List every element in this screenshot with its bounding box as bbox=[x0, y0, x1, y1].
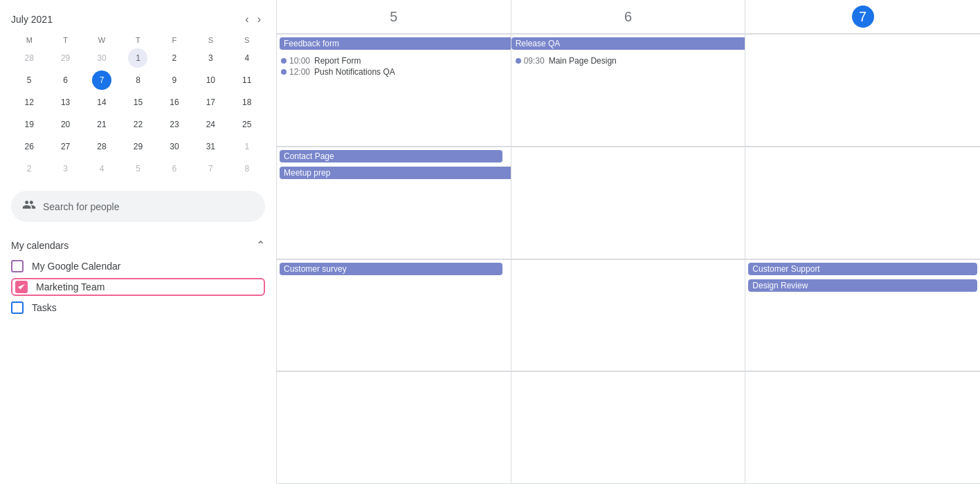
mini-cal-day[interactable]: 4 bbox=[84, 158, 120, 180]
mini-cal-day-29[interactable]: 29 bbox=[120, 136, 156, 158]
marketing-calendar-label: Marketing Team bbox=[36, 281, 105, 292]
search-people-box[interactable]: Search for people bbox=[11, 191, 265, 222]
google-calendar-checkbox[interactable] bbox=[11, 260, 24, 272]
customer-support-label: Customer Support bbox=[752, 264, 819, 274]
col-header-w: W bbox=[84, 33, 120, 47]
collapse-calendars-button[interactable]: ⌃ bbox=[256, 239, 265, 252]
mini-cal-day-16[interactable]: 16 bbox=[156, 91, 192, 113]
mini-cal-day-11[interactable]: 11 bbox=[229, 69, 265, 91]
main-calendar: 5 6 7 Feedback form 10:00 Report Form bbox=[277, 0, 980, 484]
mini-cal-day-27[interactable]: 27 bbox=[47, 136, 83, 158]
event-push-notifications[interactable]: 12:00 Push Notifications QA bbox=[280, 66, 508, 77]
mini-cal-day-19[interactable]: 19 bbox=[11, 113, 47, 136]
main-page-dot bbox=[516, 58, 521, 64]
marketing-checkbox[interactable] bbox=[15, 281, 28, 293]
contact-page-label: Contact Page bbox=[284, 151, 334, 161]
mini-cal-day[interactable]: 29 bbox=[47, 47, 83, 69]
mini-cal-day[interactable]: 8 bbox=[229, 158, 265, 180]
mini-cal-day[interactable]: 3 bbox=[47, 158, 83, 180]
mini-cal-day[interactable]: 5 bbox=[120, 158, 156, 180]
event-design-review[interactable]: Design Review bbox=[748, 279, 977, 292]
col-header-6: 6 bbox=[511, 0, 746, 34]
cell-28 bbox=[745, 372, 980, 484]
tasks-label: Tasks bbox=[32, 302, 57, 313]
col-header-t1: T bbox=[47, 33, 83, 47]
col-header-5: 5 bbox=[277, 0, 511, 34]
mini-cal-day[interactable]: 2 bbox=[11, 158, 47, 180]
push-name: Push Notifications QA bbox=[314, 67, 395, 77]
col-header-s2: S bbox=[229, 33, 265, 47]
mini-cal-day-14[interactable]: 14 bbox=[84, 91, 120, 113]
mini-cal-day-6[interactable]: 6 bbox=[47, 69, 83, 91]
tasks-checkbox[interactable] bbox=[11, 301, 24, 314]
customer-survey-label: Customer survey bbox=[284, 264, 347, 274]
main-page-time: 09:30 bbox=[524, 56, 545, 66]
mini-cal-day-9[interactable]: 9 bbox=[156, 69, 192, 91]
release-qa-label: Release QA bbox=[516, 39, 561, 48]
mini-cal-day-13[interactable]: 13 bbox=[47, 91, 83, 113]
day-number-7: 7 bbox=[852, 6, 874, 28]
mini-cal-day-30[interactable]: 30 bbox=[156, 136, 192, 158]
mini-cal-day[interactable]: 7 bbox=[192, 158, 228, 180]
mini-cal-day-5[interactable]: 5 bbox=[11, 69, 47, 91]
calendar-item-marketing[interactable]: Marketing Team bbox=[11, 278, 265, 296]
mini-cal-day-20[interactable]: 20 bbox=[47, 113, 83, 136]
my-calendars-title: My calendars bbox=[11, 240, 69, 251]
push-time: 12:00 bbox=[289, 67, 310, 77]
cell-20 bbox=[511, 260, 746, 372]
report-form-dot bbox=[281, 58, 287, 64]
event-feedback-form[interactable]: Feedback form bbox=[280, 37, 511, 50]
feedback-form-label: Feedback form bbox=[284, 39, 339, 48]
mini-cal-day-8[interactable]: 8 bbox=[120, 69, 156, 91]
event-customer-survey[interactable]: Customer survey bbox=[280, 263, 502, 275]
cell-12: Contact Page Meetup prep bbox=[277, 147, 511, 259]
mini-cal-day-4[interactable]: 4 bbox=[229, 47, 265, 69]
mini-cal-day[interactable]: 30 bbox=[84, 47, 120, 69]
mini-cal-day-25[interactable]: 25 bbox=[229, 113, 265, 136]
mini-cal-day-28[interactable]: 28 bbox=[84, 136, 120, 158]
event-release-qa[interactable]: Release QA bbox=[511, 37, 746, 50]
push-notifications-dot bbox=[281, 69, 287, 75]
mini-cal-day-10[interactable]: 10 bbox=[192, 69, 228, 91]
mini-cal-day-17[interactable]: 17 bbox=[192, 91, 228, 113]
col-header-s1: S bbox=[192, 33, 228, 47]
mini-calendar: M T W T F S S 28 29 30 1 2 3 4 bbox=[11, 33, 265, 180]
mini-cal-day-12[interactable]: 12 bbox=[11, 91, 47, 113]
next-month-button[interactable]: › bbox=[253, 11, 265, 28]
search-people-label: Search for people bbox=[43, 201, 120, 212]
col-header-m: M bbox=[11, 33, 47, 47]
event-main-page[interactable]: 09:30 Main Page Design bbox=[514, 55, 743, 66]
my-calendars-section: My calendars ⌃ My Google Calendar Market… bbox=[11, 239, 265, 317]
event-contact-page[interactable]: Contact Page bbox=[280, 150, 502, 162]
mini-cal-day-31[interactable]: 31 bbox=[192, 136, 228, 158]
event-meetup-prep[interactable]: Meetup prep bbox=[280, 167, 511, 179]
mini-cal-day-7[interactable]: 7 bbox=[84, 69, 120, 91]
mini-cal-day[interactable]: 28 bbox=[11, 47, 47, 69]
calendar-item-tasks[interactable]: Tasks bbox=[11, 299, 265, 317]
mini-cal-day[interactable]: 6 bbox=[156, 158, 192, 180]
mini-cal-day-26[interactable]: 26 bbox=[11, 136, 47, 158]
event-report-form[interactable]: 10:00 Report Form bbox=[280, 55, 508, 66]
mini-cal-day-15[interactable]: 15 bbox=[120, 91, 156, 113]
mini-calendar-grid: M T W T F S S 28 29 30 1 2 3 4 bbox=[11, 33, 265, 180]
mini-calendar-header: July 2021 ‹ › bbox=[11, 11, 265, 28]
calendars-header: My calendars ⌃ bbox=[11, 239, 265, 252]
calendar-item-google[interactable]: My Google Calendar bbox=[11, 257, 265, 275]
mini-cal-day-1[interactable]: 1 bbox=[120, 47, 156, 69]
mini-cal-day-21[interactable]: 21 bbox=[84, 113, 120, 136]
mini-cal-day-2[interactable]: 2 bbox=[156, 47, 192, 69]
mini-cal-day-24[interactable]: 24 bbox=[192, 113, 228, 136]
sidebar: July 2021 ‹ › M T W T F S S 28 29 bbox=[0, 0, 277, 484]
cell-27 bbox=[511, 372, 746, 484]
mini-cal-day-23[interactable]: 23 bbox=[156, 113, 192, 136]
col-header-t2: T bbox=[120, 33, 156, 47]
cell-14 bbox=[745, 147, 980, 259]
mini-calendar-title: July 2021 bbox=[11, 14, 241, 25]
people-icon bbox=[22, 198, 36, 215]
mini-cal-day-22[interactable]: 22 bbox=[120, 113, 156, 136]
mini-cal-day-3[interactable]: 3 bbox=[192, 47, 228, 69]
event-customer-support[interactable]: Customer Support bbox=[748, 263, 977, 275]
mini-cal-day-18[interactable]: 18 bbox=[229, 91, 265, 113]
mini-cal-day[interactable]: 1 bbox=[229, 136, 265, 158]
prev-month-button[interactable]: ‹ bbox=[241, 11, 253, 28]
